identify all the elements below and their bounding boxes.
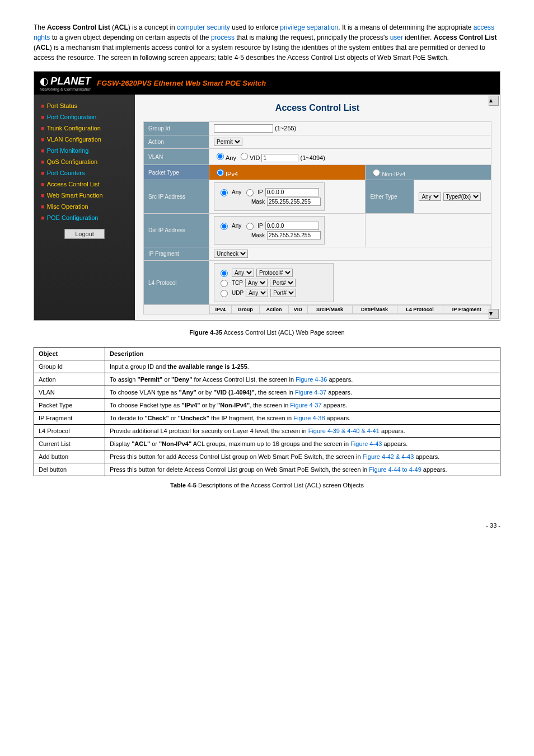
l4-tcp-radio[interactable] [221,280,228,287]
l4-tcp-val-select[interactable]: Any [245,279,268,287]
link-figure-4-43[interactable]: Figure 4-43 [350,440,382,447]
srcip-ip-input[interactable] [265,188,319,196]
acl-form-table: Group Id (1~255) Action Permit VLAN [143,121,491,314]
l4-udp-radio[interactable] [221,290,228,297]
label-src-ip: Src IP Address [144,180,209,214]
packet-nonipv4-radio[interactable] [373,169,380,176]
label-l4-protocol: L4 Protocol [144,261,209,305]
sidebar-item-trunk-config[interactable]: ■Trunk Configuration [34,123,135,134]
dstip-ip-radio[interactable] [246,223,254,230]
sidebar-item-vlan-config[interactable]: ■VLAN Configuration [34,134,135,145]
l4-udp-port-select[interactable]: Port# [270,289,296,297]
link-figure-4-36[interactable]: Figure 4-36 [296,376,327,383]
l4-any-select[interactable]: Any [232,269,254,277]
link-figure-4-38[interactable]: Figure 4-38 [293,415,325,421]
table-row: Add button Press this button for add Acc… [34,450,500,463]
link-process[interactable]: process [211,34,235,41]
link-user[interactable]: user [390,34,403,41]
sidebar-item-poe-config[interactable]: ■POE Configuration [34,212,135,223]
dstip-any-radio[interactable] [221,223,228,230]
label-vlan: VLAN [144,149,209,165]
app-window: ◐ PLANET Networking & Communication FGSW… [34,71,500,321]
table-row: Group Id Input a group ID and the availa… [34,360,500,373]
desc-header-object: Object [34,348,105,360]
srcip-any-radio[interactable] [221,189,228,196]
ether-type-select[interactable]: Any [419,192,441,201]
label-dst-ip: Dst IP Address [144,214,209,247]
table-caption: Table 4-5 Descriptions of the Access Con… [34,482,500,489]
ether-typehex-select[interactable]: Type#(0x) [443,192,481,201]
sidebar-item-port-status[interactable]: ■Port Status [34,100,135,111]
sidebar-item-acl[interactable]: ■Access Control List [34,179,135,190]
scroll-down-icon[interactable]: ▾ [489,309,499,319]
srcip-mask-input[interactable] [267,198,321,206]
page-title: Access Control List [143,103,491,113]
table-row: Action To assign "Permit" or "Deny" for … [34,373,500,386]
table-row: L4 Protocol Provide additional L4 protoc… [34,425,500,438]
l4-tcp-port-select[interactable]: Port# [270,279,296,287]
table-row: Del button Press this button for delete … [34,463,500,476]
label-group-id: Group Id [144,122,209,135]
link-figure-4-42-43[interactable]: Figure 4-42 & 4-43 [363,453,414,460]
label-ether-type: Ether Type [366,180,414,214]
table-row: Current List Display "ACL" or "Non-IPv4"… [34,438,500,450]
acl-list-headers: IPv4 Group Action VID SrcIP/Mask DstIP/M… [144,305,491,314]
app-header: ◐ PLANET Networking & Communication FGSW… [34,72,500,95]
description-table: Object Description Group Id Input a grou… [34,347,500,476]
link-figure-4-37a[interactable]: Figure 4-37 [295,389,326,396]
figure-caption: Figure 4-35 Access Control List (ACL) We… [34,329,500,336]
sidebar-item-qos-config[interactable]: ■QoS Configuration [34,156,135,167]
dstip-mask-input[interactable] [267,231,321,240]
intro-paragraph: The Access Control List (ACL) is a conce… [34,22,500,63]
link-computer-security[interactable]: computer security [177,24,230,31]
link-figure-4-39-41[interactable]: Figure 4-39 & 4-40 & 4-41 [308,428,380,434]
vlan-vid-input[interactable] [261,154,298,162]
l4-any-radio[interactable] [221,270,228,277]
link-privilege-separation[interactable]: privilege separation [280,24,338,31]
sidebar-item-port-monitoring[interactable]: ■Port Monitoring [34,145,135,156]
l4-udp-val-select[interactable]: Any [246,289,268,297]
packet-ipv4-radio[interactable] [217,169,224,176]
vlan-vid-radio[interactable] [241,153,248,160]
scroll-up-icon[interactable]: ▴ [489,96,499,106]
sidebar-item-web-smart[interactable]: ■Web Smart Function [34,190,135,201]
planet-logo: ◐ PLANET Networking & Communication [40,75,91,91]
sidebar: ■Port Status ■Port Configuration ■Trunk … [34,95,135,320]
vlan-hint: (1~4094) [301,154,325,161]
desc-header-description: Description [105,348,500,360]
srcip-ip-radio[interactable] [246,189,254,196]
action-select[interactable]: Permit [214,138,242,146]
label-action: Action [144,135,209,149]
table-row: Packet Type To choose Packet type as "IP… [34,399,500,412]
vlan-any-radio[interactable] [217,153,224,160]
label-packet-type: Packet Type [144,165,209,180]
link-figure-4-44-49[interactable]: Figure 4-44 to 4-49 [369,466,421,473]
table-row: VLAN To choose VLAN type as "Any" or by … [34,386,500,399]
l4-proto-select[interactable]: Protocol# [256,269,293,277]
ip-fragment-select[interactable]: Uncheck [214,250,248,258]
link-figure-4-37b[interactable]: Figure 4-37 [290,402,321,408]
sidebar-item-misc[interactable]: ■Misc Operation [34,201,135,212]
table-row: IP Fragment To decide to "Check" or "Unc… [34,412,500,425]
app-title: FGSW-2620PVS Ethernet Web Smart POE Swit… [97,79,266,87]
main-content: ▴ ▾ Access Control List Group Id (1~255)… [135,95,500,320]
label-ip-fragment: IP Fragment [144,247,209,261]
sidebar-item-port-counters[interactable]: ■Port Counters [34,167,135,179]
dstip-ip-input[interactable] [265,222,319,230]
logout-button[interactable]: Logout [64,229,105,239]
sidebar-item-port-config[interactable]: ■Port Configuration [34,111,135,123]
group-id-input[interactable] [214,124,273,133]
group-id-hint: (1~255) [275,125,296,132]
page-number: - 33 - [34,522,500,529]
